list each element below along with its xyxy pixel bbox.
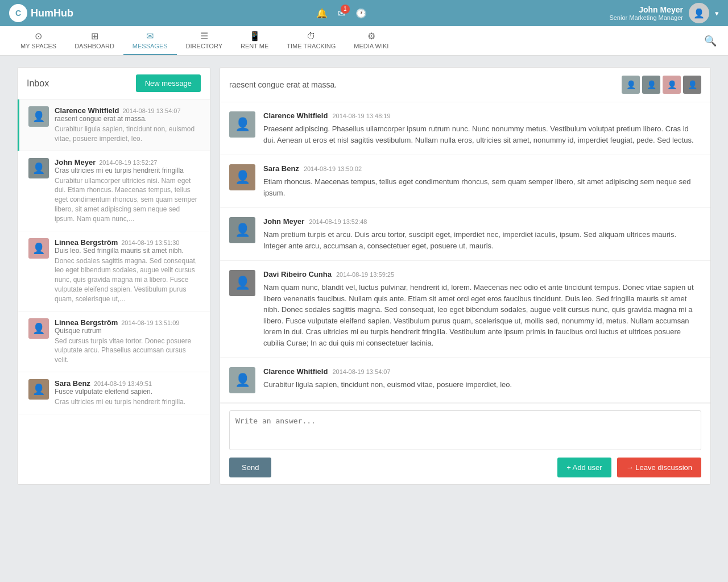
avatar: 👤 [229,217,255,243]
message-time: 2014-08-19 13:49:51 [94,380,152,387]
user-role: Senior Marketing Manager [609,14,683,21]
sidebar-header: Inbox New message [18,68,210,99]
clock-icon[interactable]: 🕐 [355,8,367,19]
participant-avatar: 👤 [622,76,640,94]
nav-directory[interactable]: ☰ DIRECTORY [177,26,231,55]
action-buttons: + Add user → Leave discussion [557,458,701,477]
inbox-title: Inbox [27,78,49,89]
nav-messages[interactable]: ✉ MESSAGES [123,26,177,55]
sender-name: Linnea Bergström [55,238,118,247]
message-subject: Fusce vulputate eleifend sapien. [55,388,201,396]
message-header: John Meyer 2014-08-19 13:52:48 [263,217,701,226]
message-preview: Sed cursus turpis vitae tortor. Donec po… [55,336,201,365]
avatar: 👤 [229,111,255,138]
conversation-header: raesent congue erat at massa. 👤 👤 👤 👤 [220,68,710,102]
sender-name: Sara Benz [55,379,90,388]
message-subject: raesent congue erat at massa. [55,115,201,123]
message-header: Linnea Bergström 2014-08-19 13:51:09 [55,318,201,327]
conversation-message: 👤 John Meyer 2014-08-19 13:52:48 Nam pre… [220,208,710,261]
sender-name: Clarence Whitfield [55,106,119,115]
avatar: 👤 [229,164,255,190]
avatar: 👤 [28,106,49,127]
nav-media-wiki-label: MEDIA WIKI [354,43,388,49]
sender-name: Clarence Whitfield [263,367,328,376]
message-text: Praesent adipiscing. Phasellus ullamcorp… [263,123,701,146]
conversation-messages: 👤 Clarence Whitfield 2014-08-19 13:48:19… [220,102,710,403]
nav-rent-me-label: RENT ME [241,43,268,49]
avatar: 👤 [689,3,709,23]
message-content: Clarence Whitfield 2014-08-19 13:54:07 r… [55,106,201,144]
notification-bell-icon[interactable]: 🔔 [316,8,328,19]
leave-discussion-button[interactable]: → Leave discussion [617,458,701,477]
conversation-message: 👤 Sara Benz 2014-08-19 13:50:02 Etiam rh… [220,155,710,208]
message-time: 2014-08-19 13:52:48 [309,218,367,225]
reply-actions: Send + Add user → Leave discussion [229,458,701,477]
list-item[interactable]: 👤 Sara Benz 2014-08-19 13:49:51 Fusce vu… [18,372,210,414]
topbar-icons: 🔔 ✉ 1 🕐 [316,8,367,19]
conversation-message: 👤 Davi Ribeiro Cunha 2014-08-19 13:59:25… [220,261,710,358]
main-content: Inbox New message 👤 Clarence Whitfield 2… [0,56,728,496]
messages-icon[interactable]: ✉ 1 [338,8,345,19]
new-message-button[interactable]: New message [136,74,201,92]
message-content: Linnea Bergström 2014-08-19 13:51:30 Dui… [55,238,201,304]
message-body: Davi Ribeiro Cunha 2014-08-19 13:59:25 N… [263,270,701,348]
avatar: 👤 [28,379,49,400]
list-item[interactable]: 👤 John Meyer 2014-08-19 13:52:27 Cras ul… [18,151,210,231]
participant-avatar: 👤 [642,76,660,94]
message-body: Clarence Whitfield 2014-08-19 13:54:07 C… [263,367,701,393]
avatar: 👤 [28,238,49,259]
message-header: Clarence Whitfield 2014-08-19 13:48:19 [263,111,701,120]
participant-avatars: 👤 👤 👤 👤 [622,76,701,94]
message-content: Linnea Bergström 2014-08-19 13:51:09 Qui… [55,318,201,365]
message-time: 2014-08-19 13:50:02 [304,165,362,172]
navbar: ⊙ MY SPACES ⊞ DASHBOARD ✉ MESSAGES ☰ DIR… [0,26,728,56]
nav-directory-label: DIRECTORY [186,43,222,49]
nav-items: ⊙ MY SPACES ⊞ DASHBOARD ✉ MESSAGES ☰ DIR… [11,26,398,55]
message-time: 2014-08-19 13:51:30 [121,239,179,246]
list-item[interactable]: 👤 Linnea Bergström 2014-08-19 13:51:09 Q… [18,311,210,372]
list-item[interactable]: 👤 Linnea Bergström 2014-08-19 13:51:30 D… [18,231,210,311]
message-text: Nam quam nunc, blandit vel, luctus pulvi… [263,282,701,348]
nav-time-tracking[interactable]: ⏱ TIME TRACKING [278,27,345,55]
messages-nav-icon: ✉ [146,31,154,41]
logo[interactable]: C HumHub [9,4,73,22]
sender-name: Clarence Whitfield [263,111,328,120]
message-time: 2014-08-19 13:54:07 [122,107,180,114]
message-time: 2014-08-19 13:48:19 [332,113,390,119]
message-preview: Curabitur ullamcorper ultricies nisi. Na… [55,176,201,224]
message-content: John Meyer 2014-08-19 13:52:27 Cras ultr… [55,158,201,224]
search-icon[interactable]: 🔍 [704,35,717,47]
list-item[interactable]: 👤 Clarence Whitfield 2014-08-19 13:54:07… [18,99,210,151]
message-subject: Quisque rutrum [55,327,201,335]
nav-dashboard-label: DASHBOARD [75,43,114,49]
message-text: Nam pretium turpis et arcu. Duis arcu to… [263,229,701,251]
message-text: Curabitur ligula sapien, tincidunt non, … [263,379,701,390]
avatar: 👤 [229,367,255,393]
logo-icon: C [9,4,27,22]
message-preview: Curabitur ligula sapien, tincidunt non, … [55,124,201,144]
nav-dashboard[interactable]: ⊞ DASHBOARD [65,26,123,55]
user-menu[interactable]: John Meyer Senior Marketing Manager 👤 ▾ [609,3,719,23]
conversation-message: 👤 Clarence Whitfield 2014-08-19 13:48:19… [220,102,710,155]
nav-time-tracking-label: TIME TRACKING [287,43,336,49]
message-preview: Cras ultricies mi eu turpis hendrerit fr… [55,397,201,407]
nav-rent-me[interactable]: 📱 RENT ME [231,26,278,55]
nav-my-spaces[interactable]: ⊙ MY SPACES [11,26,65,55]
conversation-title: raesent congue erat at massa. [229,80,337,89]
sender-name: John Meyer [55,158,96,167]
rent-me-icon: 📱 [249,31,260,41]
message-body: John Meyer 2014-08-19 13:52:48 Nam preti… [263,217,701,251]
message-time: 2014-08-19 13:54:07 [332,368,390,375]
nav-messages-label: MESSAGES [133,43,168,49]
message-subject: Cras ultricies mi eu turpis hendrerit fr… [55,167,201,174]
message-content: Sara Benz 2014-08-19 13:49:51 Fusce vulp… [55,379,201,407]
message-time: 2014-08-19 13:51:09 [121,319,179,326]
message-body: Sara Benz 2014-08-19 13:50:02 Etiam rhon… [263,164,701,198]
send-button[interactable]: Send [229,458,271,477]
reply-textarea[interactable] [229,410,701,450]
sender-name: John Meyer [263,217,304,226]
nav-media-wiki[interactable]: ⚙ MEDIA WIKI [345,26,398,55]
reply-area: Send + Add user → Leave discussion [220,403,710,484]
message-header: John Meyer 2014-08-19 13:52:27 [55,158,201,167]
add-user-button[interactable]: + Add user [557,458,611,477]
